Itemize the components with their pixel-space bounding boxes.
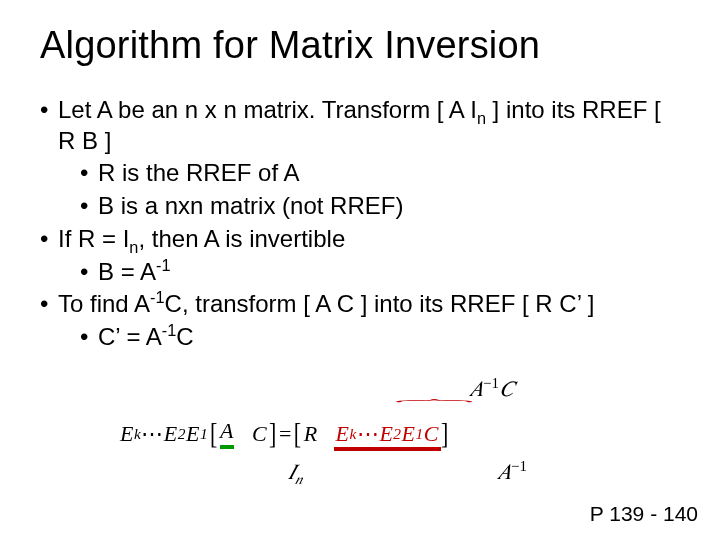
- slide-title: Algorithm for Matrix Inversion: [40, 24, 680, 67]
- E-k: E: [120, 421, 134, 447]
- bullet-1-text-a: Let A be an n x n matrix. Transform [ A …: [58, 96, 477, 123]
- slide-body: Let A be an n x n matrix. Transform [ A …: [40, 95, 680, 353]
- E-2-r: E: [379, 421, 393, 447]
- a-inv-c-top: 𝐴−1𝐶: [470, 376, 514, 401]
- bullet-2-text-b: , then A is invertible: [138, 225, 345, 252]
- C-left: C: [252, 421, 267, 447]
- sub-k: k: [134, 425, 141, 443]
- bullet-3: To find A-1C, transform [ A C ] into its…: [40, 289, 680, 320]
- A-inv-label: 𝐴−1: [498, 459, 527, 485]
- E-k-r: E: [336, 421, 350, 447]
- equation-block: Ek ⋯ E2 E1 [ A C ] = [ R Ek ⋯ E2 E1 C ]: [120, 418, 680, 459]
- equals: =: [279, 421, 292, 447]
- I-n-label: 𝐼𝑛: [288, 459, 302, 485]
- bullet-3a-sup: -1: [162, 321, 177, 339]
- red-underline: [334, 447, 441, 451]
- rbracket-2: ]: [441, 416, 449, 451]
- dots-1: ⋯: [141, 421, 164, 447]
- bullet-3a: C’ = A-1C: [80, 322, 680, 353]
- equation-top-label: 𝐴−1𝐶: [470, 376, 514, 402]
- page-reference: P 139 - 140: [590, 502, 698, 526]
- sub-1-r: 1: [416, 425, 424, 443]
- rbracket-1: ]: [269, 416, 277, 451]
- bullet-1a: R is the RREF of A: [80, 158, 680, 189]
- sub-1: 1: [200, 425, 208, 443]
- bullet-3-sup: -1: [150, 288, 165, 306]
- lbracket-1: [: [210, 416, 218, 451]
- sub-2-r: 2: [393, 425, 401, 443]
- E-1: E: [186, 421, 200, 447]
- E-2: E: [164, 421, 178, 447]
- E-1-r: E: [402, 421, 416, 447]
- lbracket-2: [: [294, 416, 302, 451]
- C-r: C: [424, 421, 439, 447]
- A-uline: A: [220, 418, 234, 449]
- bullet-2a-pre: B = A: [98, 258, 156, 285]
- bullet-2-text-a: If R = I: [58, 225, 129, 252]
- bullet-2a: B = A-1: [80, 257, 680, 288]
- bullet-2: If R = In, then A is invertible: [40, 224, 680, 255]
- R-right: R: [304, 421, 318, 447]
- sub-k-r: k: [350, 425, 357, 443]
- bullet-2a-sup: -1: [156, 256, 171, 274]
- bullet-1b: B is a nxn matrix (not RREF): [80, 191, 680, 222]
- bullet-1-sub: n: [477, 109, 486, 127]
- dots-2: ⋯: [357, 421, 380, 447]
- sub-2: 2: [178, 425, 186, 443]
- brace-icon: ⏞: [396, 398, 475, 413]
- bullet-1: Let A be an n x n matrix. Transform [ A …: [40, 95, 680, 156]
- bullet-3-mid: C, transform [ A C ] into its RREF [ R C…: [165, 290, 595, 317]
- equation-row-1: Ek ⋯ E2 E1 [ A C ] = [ R Ek ⋯ E2 E1 C ]: [120, 418, 680, 449]
- bullet-3-pre: To find A: [58, 290, 150, 317]
- bullet-3a-tail: C: [176, 323, 193, 350]
- bullet-3a-pre: C’ = A: [98, 323, 162, 350]
- red-group: Ek ⋯ E2 E1 C: [336, 421, 439, 447]
